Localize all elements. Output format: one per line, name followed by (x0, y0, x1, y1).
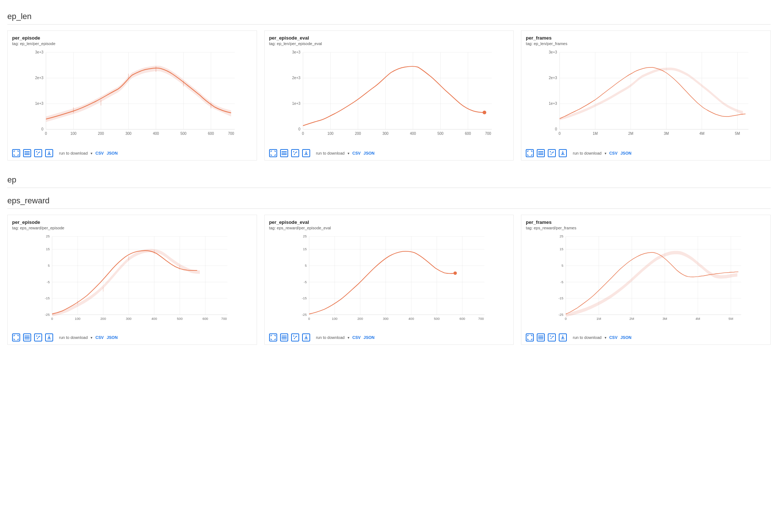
lines-icon-4[interactable] (23, 333, 31, 341)
chart-area-5: -25 -15 -5 5 15 25 0 100 200 300 400 500… (269, 233, 509, 328)
chart-svg-5: -25 -15 -5 5 15 25 0 100 200 300 400 500… (269, 233, 509, 328)
dropdown-arrow-4[interactable]: ▾ (91, 336, 92, 340)
svg-text:0: 0 (302, 132, 304, 136)
run-to-download-4: run to download (59, 335, 88, 340)
svg-text:-5: -5 (304, 280, 307, 284)
scatter-icon-2[interactable] (291, 149, 299, 157)
fullscreen-icon-6[interactable] (526, 333, 534, 341)
ep-len-charts-row: per_episode tag: ep_len/per_episode (7, 30, 771, 160)
svg-text:300: 300 (382, 132, 389, 136)
svg-text:500: 500 (434, 317, 439, 321)
dropdown-arrow-3[interactable]: ▾ (605, 151, 606, 155)
svg-text:100: 100 (75, 317, 80, 321)
svg-point-31 (38, 152, 39, 154)
scatter-icon-3[interactable] (548, 149, 556, 157)
download-icon-3[interactable] (559, 149, 567, 157)
chart-area-3: 0 1e+3 2e+3 3e+3 0 1M 2M 3M 4M 5M (526, 49, 766, 144)
svg-point-121 (36, 336, 37, 337)
dropdown-arrow-1[interactable]: ▾ (91, 151, 92, 155)
json-button-5[interactable]: JSON (364, 335, 375, 340)
download-icon-5[interactable] (302, 333, 310, 341)
lines-icon-2[interactable] (280, 149, 288, 157)
chart-title-2: per_episode_eval (269, 35, 509, 41)
csv-button-4[interactable]: CSV (95, 335, 104, 340)
svg-point-30 (36, 151, 37, 152)
svg-point-154 (293, 336, 294, 337)
fullscreen-icon-3[interactable] (526, 149, 534, 157)
csv-button-6[interactable]: CSV (609, 335, 618, 340)
svg-text:3e+3: 3e+3 (292, 50, 300, 54)
download-icon-4[interactable] (45, 333, 53, 341)
svg-text:4M: 4M (696, 317, 700, 321)
chart-toolbar-4: run to download ▾ CSV JSON (12, 331, 252, 341)
svg-text:1M: 1M (597, 317, 601, 321)
svg-text:200: 200 (98, 132, 104, 136)
svg-text:1e+3: 1e+3 (292, 101, 300, 106)
svg-text:400: 400 (410, 132, 416, 136)
scatter-icon-1[interactable] (34, 149, 42, 157)
csv-button-3[interactable]: CSV (609, 151, 618, 155)
chart-svg-4: -25 -15 -5 5 15 25 0 100 200 300 400 500… (12, 233, 252, 328)
svg-text:0: 0 (555, 127, 557, 131)
json-button-1[interactable]: JSON (107, 151, 118, 155)
chart-title-4: per_episode (12, 219, 252, 225)
svg-text:5M: 5M (729, 317, 733, 321)
chart-toolbar-1: run to download ▾ CSV JSON (12, 147, 252, 157)
lines-icon-6[interactable] (537, 333, 545, 341)
svg-text:100: 100 (327, 132, 334, 136)
json-button-6[interactable]: JSON (620, 335, 631, 340)
ep-len-header: ep_len (7, 7, 771, 25)
svg-text:15: 15 (46, 247, 49, 251)
lines-icon-1[interactable] (23, 149, 31, 157)
csv-button-5[interactable]: CSV (352, 335, 361, 340)
svg-text:700: 700 (478, 317, 484, 321)
fullscreen-icon-4[interactable] (12, 333, 20, 341)
chart-eps-reward-per-episode: per_episode tag: eps_reward/per_episode (7, 215, 257, 345)
svg-text:25: 25 (46, 234, 49, 238)
json-button-3[interactable]: JSON (620, 151, 631, 155)
dropdown-arrow-6[interactable]: ▾ (605, 336, 606, 340)
download-icon-2[interactable] (302, 149, 310, 157)
chart-title-1: per_episode (12, 35, 252, 41)
svg-text:400: 400 (153, 132, 159, 136)
svg-point-153 (454, 271, 457, 275)
svg-text:4M: 4M (700, 132, 705, 136)
svg-text:600: 600 (202, 317, 208, 321)
scatter-icon-5[interactable] (291, 333, 299, 341)
fullscreen-icon-2[interactable] (269, 149, 277, 157)
chart-eps-reward-per-episode-eval: per_episode_eval tag: eps_reward/per_epi… (264, 215, 514, 345)
json-button-4[interactable]: JSON (107, 335, 118, 340)
svg-text:0: 0 (559, 132, 561, 136)
csv-button-2[interactable]: CSV (352, 151, 361, 155)
chart-svg-3: 0 1e+3 2e+3 3e+3 0 1M 2M 3M 4M 5M (526, 49, 766, 144)
lines-icon-3[interactable] (537, 149, 545, 157)
dropdown-arrow-5[interactable]: ▾ (348, 336, 349, 340)
svg-text:3M: 3M (664, 132, 669, 136)
chart-svg-2: 0 1e+3 2e+3 3e+3 0 100 200 300 400 500 6… (269, 49, 509, 144)
svg-text:400: 400 (408, 317, 414, 321)
svg-point-155 (295, 337, 296, 338)
svg-text:600: 600 (465, 132, 471, 136)
lines-icon-5[interactable] (280, 333, 288, 341)
json-button-2[interactable]: JSON (364, 151, 375, 155)
svg-point-33 (39, 152, 40, 153)
scatter-icon-4[interactable] (34, 333, 42, 341)
csv-button-1[interactable]: CSV (95, 151, 104, 155)
fullscreen-icon-1[interactable] (12, 149, 20, 157)
download-icon-6[interactable] (559, 333, 567, 341)
download-icon-1[interactable] (45, 149, 53, 157)
svg-text:700: 700 (485, 132, 491, 136)
scatter-icon-6[interactable] (548, 333, 556, 341)
svg-point-84 (550, 151, 551, 152)
svg-text:100: 100 (70, 132, 77, 136)
svg-text:5: 5 (562, 264, 564, 267)
svg-point-186 (553, 336, 554, 337)
dropdown-arrow-2[interactable]: ▾ (348, 151, 349, 155)
svg-point-184 (552, 337, 553, 338)
svg-point-157 (296, 336, 297, 337)
fullscreen-icon-5[interactable] (269, 333, 277, 341)
svg-text:-15: -15 (302, 296, 307, 300)
svg-text:400: 400 (151, 317, 157, 321)
chart-tag-3: tag: ep_len/per_frames (526, 41, 766, 46)
svg-text:-25: -25 (559, 313, 564, 317)
